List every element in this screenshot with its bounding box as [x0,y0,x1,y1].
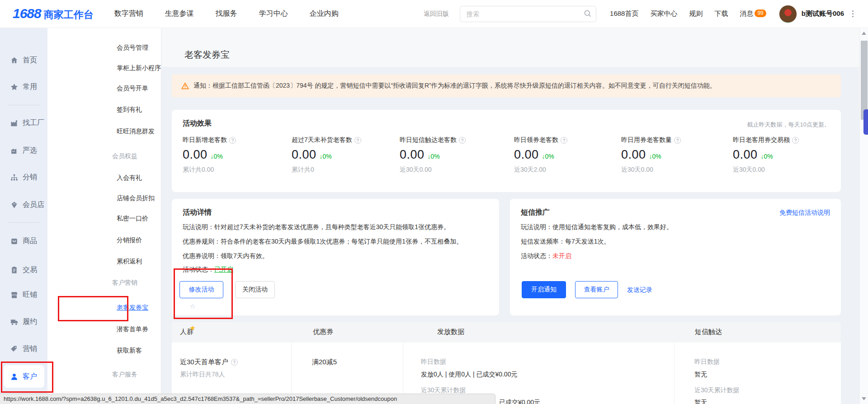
back-to-old-version-link[interactable]: 返回旧版 [424,10,449,18]
rail-item-fulfillment[interactable]: 履约 [0,313,47,330]
status-disabled: 未开启 [552,252,571,259]
stat-delta: ↓0% [649,153,661,160]
submenu-checkin-gift[interactable]: 签到有礼 [117,105,142,114]
col-header-send-data: 发放数据 [437,328,464,336]
stat-sms-reached: 昨日短信触达老客数? 0.00↓0% 近30天0.00 [400,136,466,174]
top-header: 1688 商家工作台 数字营销 生意参谋 找服务 学习中心 企业内购 返回旧版 … [0,0,868,28]
stat-delta: ↓0% [542,153,554,160]
side-floating-tab[interactable] [863,109,868,135]
help-icon[interactable]: ? [229,137,236,144]
help-icon[interactable]: ? [792,137,799,144]
submenu-distribution-quote[interactable]: 分销报价 [117,235,142,244]
help-icon[interactable]: ? [354,137,361,144]
message-count-badge: 99 [755,9,766,17]
notice-bar: 通知：根据工信部工信管函〔2023〕794号 的规定，营销短信中需要以“拒收请回… [172,75,841,97]
app-logo[interactable]: 1688 商家工作台 [13,6,94,22]
link-buyer-center[interactable]: 买家中心 [650,9,677,18]
submenu-wangwang-broadcast[interactable]: 旺旺消息群发 [117,127,155,136]
send-records-link[interactable]: 发送记录 [627,286,652,294]
more-menu-icon[interactable] [850,9,855,19]
rail-item-find-factory[interactable]: 找工厂 [0,114,47,132]
submenu-member-ordering[interactable]: 会员号开单 [117,84,148,93]
tags-icon [10,345,19,353]
link-rules[interactable]: 规则 [689,9,703,18]
bag-icon [10,237,19,245]
sms-gameplay-line: 玩法说明：使用短信通知老客复购，成本低，效果好。 [521,223,673,231]
home-icon [10,56,19,65]
scrollbar-thumb[interactable] [861,41,868,120]
submenu-shopkeeper-mini-program[interactable]: 掌柜上新小程序 [117,63,161,72]
help-icon[interactable]: ? [459,137,466,144]
crowd-sub-cell: 累计昨日共78人 [180,371,225,379]
nav-learning-center[interactable]: 学习中心 [259,9,288,19]
rail-item-member-store[interactable]: 会员店 [0,196,47,213]
help-icon[interactable]: ? [561,137,567,144]
rail-item-customers[interactable]: 客户 [4,365,44,388]
stat-coupon-used: 昨日用券老客数量? 0.00↓0% 近30天0.00 [621,136,681,174]
stat-sub: 累计共0.00 [183,166,236,174]
stat-sub: 近30天0.00 [733,166,799,174]
link-download[interactable]: 下载 [714,9,728,18]
nav-business-advisor[interactable]: 生意参谋 [165,9,194,19]
submenu-acquire-new-customers[interactable]: 获取新客 [117,346,142,355]
rail-item-trade[interactable]: 交易 [0,261,47,278]
modify-activity-button[interactable]: 修改活动 [179,281,223,298]
submenu-private-price[interactable]: 私密一口价 [117,214,148,223]
rail-item-favorites[interactable]: 常用 [0,78,47,95]
search-input[interactable] [466,7,580,21]
link-messages[interactable]: 消息99 [740,9,766,18]
scrollbar-track[interactable] [859,28,868,404]
close-activity-button[interactable]: 关闭活动 [235,281,275,298]
user-avatar[interactable] [779,5,797,23]
coupon-cell: 满20减5 [312,358,337,366]
submenu-prospect-first-order-coupon[interactable]: 潜客首单券 [117,324,148,334]
submenu-cumulative-rebate[interactable]: 累积返利 [117,257,142,266]
nav-find-services[interactable]: 找服务 [216,9,237,19]
search-icon[interactable] [583,9,592,19]
submenu-member-account-mgmt[interactable]: 会员号管理 [117,43,148,52]
sms-promotion-card: 短信推广 免费短信活动说明 玩法说明：使用短信通知老客复购，成本低，效果好。 短… [510,199,841,315]
help-icon[interactable]: ? [231,359,238,366]
update-note: 截止昨天数据，每天10点更新。 [747,121,830,129]
help-icon[interactable]: ? [674,137,681,144]
detail-card-title: 活动详情 [183,208,212,217]
stat-delta: ↓0% [320,153,332,160]
rail-item-strict-selection[interactable]: 严选 [0,142,47,159]
open-notification-button[interactable]: 开启通知 [522,281,566,298]
scrollbar-up-arrow-icon[interactable] [862,32,866,35]
stat-sub: 近30天2.00 [514,166,567,174]
submenu-join-gift[interactable]: 入会有礼 [117,173,142,182]
title-strip [161,28,860,67]
star-filled-icon[interactable]: ★ [189,324,197,333]
free-sms-help-link[interactable]: 免费短信活动说明 [779,209,830,217]
factory-icon [10,119,19,127]
stat-delta: ↓0% [761,153,773,160]
stat-value: 0.00 [400,148,425,162]
nav-enterprise-purchase[interactable]: 企业内购 [310,9,339,19]
view-account-button[interactable]: 查看账户 [575,281,618,298]
scrollbar-down-arrow-icon[interactable] [862,397,866,400]
rail-divider [8,105,40,105]
submenu-store-member-discount[interactable]: 店铺会员折扣 [117,193,155,202]
rail-divider [8,222,40,223]
submenu-old-customer-coupon[interactable]: 老客发券宝 [117,303,148,312]
person-icon [10,372,19,381]
nav-digital-marketing[interactable]: 数字营销 [114,9,143,19]
table-header-row: 人群 优惠券 发放数据 短信触达 [172,322,841,343]
star-outline-icon[interactable]: ☆ [189,302,197,311]
link-1688-home[interactable]: 1688首页 [610,9,638,18]
rail-item-marketing[interactable]: 营销 [0,340,47,357]
diamond-icon [10,201,19,209]
detail-status-line: 活动状态：已开启 [183,266,233,274]
rail-item-home[interactable]: 首页 [0,52,47,69]
shop-icon [10,291,19,299]
rail-item-products[interactable]: 商品 [0,232,47,249]
stat-value: 0.00 [514,148,539,162]
rail-item-shop[interactable]: 旺铺 [0,286,47,303]
send-data-30days: 已成交¥0.00元 [499,399,540,404]
truck-icon [10,318,19,326]
stat-delta: ↓0% [211,153,223,160]
username[interactable]: b测试账号006 [802,9,844,18]
warning-icon [181,82,189,90]
rail-item-distribution[interactable]: 分销 [0,169,47,186]
